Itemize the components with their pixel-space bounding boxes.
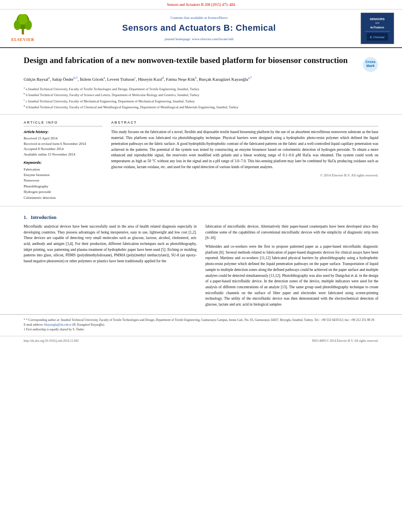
article-area: Design and fabrication of a new nonwoven… [0, 48, 402, 115]
intro-col2-text-2: Whitesides and co-workers were the first… [205, 244, 378, 308]
email-name: (B. Karagüzel Kayaoğlu). [73, 323, 105, 326]
journal-title: Sensors and Actuators B: Chemical [122, 22, 276, 34]
received-date: Received 15 April 2014 [24, 136, 102, 141]
intro-col2-text: fabrication of microfluidic devices. Alt… [205, 224, 378, 241]
affiliation-a: a a Istanbul Technical University, Facul… [24, 86, 378, 92]
elsevier-label: ELSEVIER [11, 37, 35, 43]
journal-header: ELSEVIER Contents lists available at Sci… [0, 9, 402, 48]
article-info-title: ARTICLE INFO [24, 120, 102, 127]
authors: Gülçin Baysala, Sakip Önderb,1, İkilem G… [24, 76, 378, 83]
doi-text: http://dx.doi.org/10.1016/j.snb.2014.11.… [24, 339, 78, 343]
keyword-6: Colorimetric detection [24, 195, 102, 200]
two-col-info-abstract: ARTICLE INFO Article history: Received 1… [0, 115, 402, 206]
issn-text: 0925-4005/© 2014 Elsevier B.V. All right… [312, 339, 378, 343]
affiliations: a a Istanbul Technical University, Facul… [24, 86, 378, 110]
journal-ref-header: Sensors and Actuators B 208 (2015) 475–4… [0, 0, 402, 9]
intro-section-title: 1. Introduction [24, 214, 378, 221]
keywords-title: Keywords: [24, 160, 102, 165]
article-title: Design and fabrication of a new nonwoven… [24, 55, 359, 66]
svg-point-4 [18, 14, 28, 25]
body-area: 1. Introduction Microfluidic analytical … [0, 206, 402, 310]
affiliation-c: c c Istanbul Technical University, Facul… [24, 98, 378, 104]
available-date: Available online 15 November 2014 [24, 152, 102, 158]
svg-text:SENSORS: SENSORS [369, 17, 384, 21]
intro-col1-text: Microfluidic analytical devices have bee… [24, 224, 197, 264]
email-link[interactable]: bkayaoglu@itu.edu.tr [44, 323, 72, 326]
elsevier-tree-icon [11, 14, 35, 36]
sciencedirect-link: Contents lists available at ScienceDirec… [171, 15, 228, 20]
contents-text: Contents lists available at ScienceDirec… [171, 16, 228, 20]
footnote1-text: 1 First authorship is equally shared by … [24, 327, 378, 332]
svg-text:B: Chemical: B: Chemical [370, 36, 384, 39]
svg-text:and: and [375, 22, 379, 24]
svg-text:Mark: Mark [366, 64, 375, 68]
footnote1-content: 1 First authorship is equally shared by … [24, 328, 84, 331]
svg-text:Cross: Cross [365, 60, 376, 64]
journal-center: Contents lists available at ScienceDirec… [43, 13, 355, 44]
svg-text:AcTuators: AcTuators [370, 26, 384, 29]
copyright-text: © 2014 Elsevier B.V. All rights reserved… [111, 173, 378, 178]
elsevier-logo: ELSEVIER [7, 13, 39, 44]
svg-point-5 [22, 31, 24, 33]
sensors-logo-icon: SENSORS and AcTuators B: Chemical [361, 13, 394, 44]
keyword-2: Enzyme biosensor [24, 172, 102, 178]
intro-col1: Microfluidic analytical devices have bee… [24, 224, 197, 310]
received-revised-date: Received in revised form 6 November 2014 [24, 141, 102, 147]
affiliation-b: b b Istanbul Technical University, Facul… [24, 92, 378, 98]
history-title: Article history: [24, 130, 102, 135]
keyword-4: Photolithography [24, 184, 102, 189]
abstract-title: ABSTRACT [111, 120, 378, 127]
article-title-row: Design and fabrication of a new nonwoven… [24, 55, 378, 72]
footnote-area: * * Corresponding author at: Istanbul Te… [0, 314, 402, 332]
accepted-date: Accepted 8 November 2014 [24, 146, 102, 152]
intro-col2: fabrication of microfluidic devices. Alt… [205, 224, 378, 310]
corresponding-footnote: * * Corresponding author at: Istanbul Te… [24, 318, 378, 323]
abstract-col: ABSTRACT This study focuses on the fabri… [111, 120, 378, 200]
email-footnote: E-mail address: bkayaoglu@itu.edu.tr (B.… [24, 323, 378, 327]
keyword-3: Nonwoven [24, 178, 102, 183]
keyword-5: Hydrogen peroxide [24, 189, 102, 195]
keywords-list: Fabrication Enzyme biosensor Nonwoven Ph… [24, 167, 102, 200]
abstract-text: This study focuses on the fabrication of… [111, 129, 378, 170]
intro-section-number: 1. [24, 215, 27, 220]
affiliation-d: d d Istanbul Technical University, Facul… [24, 104, 378, 110]
article-info-col: ARTICLE INFO Article history: Received 1… [24, 120, 102, 200]
journal-homepage: journal homepage: www.elsevier.com/locat… [165, 37, 234, 42]
journal-ref-text: Sensors and Actuators B 208 (2015) 475–4… [167, 3, 235, 7]
intro-two-col: Microfluidic analytical devices have bee… [24, 224, 378, 310]
intro-section-label: Introduction [31, 215, 56, 220]
sensors-logo: SENSORS and AcTuators B: Chemical [361, 13, 394, 44]
page-wrapper: Sensors and Actuators B 208 (2015) 475–4… [0, 0, 402, 532]
corresponding-text: * Corresponding author at: Istanbul Tech… [26, 318, 375, 322]
crossmark-icon: Cross Mark [363, 57, 378, 72]
sensors-logo-box: SENSORS and AcTuators B: Chemical [359, 13, 395, 44]
page-footer: http://dx.doi.org/10.1016/j.snb.2014.11.… [0, 336, 402, 346]
email-label: E-mail address: [24, 323, 43, 326]
keyword-1: Fabrication [24, 167, 102, 172]
